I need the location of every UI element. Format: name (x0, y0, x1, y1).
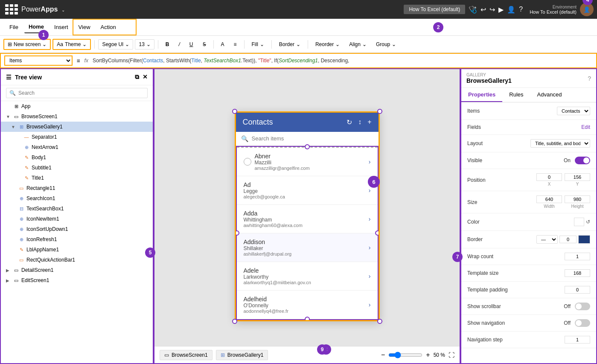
font-select[interactable]: Segoe UI⌄ (98, 39, 133, 50)
border-color-swatch[interactable] (578, 235, 590, 244)
position-y-input[interactable] (565, 173, 590, 181)
color-refresh-icon[interactable]: ↺ (586, 219, 590, 225)
template-padding-input[interactable] (565, 286, 590, 294)
tree-search-input[interactable] (6, 88, 148, 98)
tab-advanced[interactable]: Advanced (530, 88, 569, 102)
tree-item-subtitle1[interactable]: ✎ Subtitle1 (1, 163, 153, 173)
sort-icon[interactable]: ↕ (358, 118, 361, 126)
tab-properties[interactable]: Properties (461, 88, 502, 102)
app-chevron-icon[interactable]: ⌄ (61, 8, 65, 12)
play-icon[interactable]: ▶ (498, 6, 504, 14)
visible-toggle[interactable] (575, 157, 590, 164)
items-select[interactable]: Contacts (557, 107, 590, 115)
zoom-out-icon[interactable]: − (381, 351, 385, 359)
navigation-toggle[interactable] (575, 319, 590, 327)
add-icon[interactable]: + (367, 118, 371, 126)
layers-icon[interactable]: ⧉ (135, 73, 139, 81)
handle-tm[interactable] (305, 144, 310, 149)
tree-item-searchicon1[interactable]: ⊕ SearchIcon1 (1, 193, 153, 204)
help-icon[interactable]: ? (519, 6, 523, 13)
italic-button[interactable]: / (175, 39, 183, 50)
zoom-plus-icon[interactable]: + (426, 351, 430, 359)
group-button[interactable]: Group⌄ (372, 39, 400, 50)
waffle-icon[interactable] (3, 3, 17, 16)
contact-ad[interactable]: Ad Legge alegecb@google.ca › (237, 176, 378, 205)
tree-item-rectquickactionbar1[interactable]: ▭ RectQuickActionBar1 (1, 255, 153, 265)
size-width-input[interactable] (536, 195, 562, 203)
search-input[interactable] (252, 135, 373, 142)
tree-item-browsegallery1[interactable]: ▼ ⊞ BrowseGallery1 (1, 122, 153, 132)
text-color-button[interactable]: A (217, 39, 228, 50)
tree-item-nextarrow1[interactable]: ⊕ NextArrow1 (1, 142, 153, 152)
theme-button[interactable]: Aa Theme ⌄ (52, 39, 91, 50)
tree-item-iconsortupdown1[interactable]: ⊕ IconSortUpDown1 (1, 224, 153, 234)
position-x-input[interactable] (536, 173, 562, 181)
badge-7-wrap: 7 (452, 252, 463, 262)
browse-gallery-tab[interactable]: ⊞ BrowseGallery1 (216, 350, 268, 360)
heart-icon[interactable]: 🩺 (469, 6, 477, 14)
menu-action[interactable]: Action (96, 21, 120, 33)
handle-bm[interactable] (305, 317, 310, 321)
contacts-button[interactable]: How To Excel (default) (404, 5, 465, 14)
tree-item-detailscreen1[interactable]: ▶ ▭ DetailScreen1 (1, 265, 153, 275)
zoom-slider[interactable] (388, 352, 422, 358)
tree-item-title1[interactable]: ✎ Title1 (1, 173, 153, 183)
help-icon2[interactable]: ? (588, 75, 591, 82)
fields-edit-link[interactable]: Edit (581, 124, 590, 130)
tree-item-editscreen1[interactable]: ▶ ▭ EditScreen1 (1, 275, 153, 285)
layout-select[interactable]: Title, subtitle, and body (530, 139, 590, 148)
close-icon[interactable]: ✕ (143, 73, 148, 81)
tab-rules[interactable]: Rules (502, 88, 530, 102)
border-width-input[interactable] (559, 236, 577, 243)
undo-icon[interactable]: ↩ (481, 6, 486, 14)
tree-item-browsescreen1[interactable]: ▼ ▭ BrowseScreen1 (1, 111, 153, 122)
handle-tl[interactable] (232, 109, 237, 114)
bold-button[interactable]: B (162, 39, 173, 50)
tree-item-separator1[interactable]: — Separator1 (1, 132, 153, 142)
handle-tr[interactable] (377, 109, 382, 114)
reorder-button[interactable]: Reorder⌄ (312, 39, 344, 50)
refresh-icon[interactable]: ↻ (347, 118, 352, 126)
contact-addison[interactable]: Addison Shillaker ashillakerfj@drupal.or… (237, 233, 378, 262)
browse-screen-tab[interactable]: ▭ BrowseScreen1 (160, 350, 213, 360)
color-swatch[interactable] (574, 218, 584, 226)
strikethrough-button[interactable]: S̶ (199, 39, 210, 50)
border-style-select[interactable]: — (536, 235, 558, 244)
contact-abner[interactable]: Abner Mazzilli amazzilligr@angelfire.com… (237, 147, 378, 176)
menu-hamburger-icon[interactable]: ☰ (6, 74, 12, 81)
tree-item-iconrefresh1[interactable]: ⊕ IconRefresh1 (1, 234, 153, 245)
border-button[interactable]: Border⌄ (275, 39, 304, 50)
new-screen-button[interactable]: ⊞ New screen ⌄ (3, 39, 51, 50)
user-check-icon[interactable]: 👤 (507, 6, 515, 14)
handle-mr[interactable] (375, 230, 380, 236)
handle-bl[interactable] (232, 319, 237, 324)
font-size-select[interactable]: 13⌄ (135, 39, 154, 50)
menu-view[interactable]: View (74, 21, 95, 33)
navigation-step-input[interactable] (565, 336, 590, 344)
tree-item-rectangle11[interactable]: ▭ Rectangle11 (1, 183, 153, 193)
menu-file[interactable]: File (5, 21, 23, 33)
handle-br[interactable] (377, 319, 382, 324)
fullscreen-icon[interactable]: ⛶ (448, 352, 454, 358)
fx-button[interactable]: fx (84, 58, 88, 64)
align-button[interactable]: Align⌄ (345, 39, 370, 50)
size-height-input[interactable] (565, 195, 590, 203)
checkbox-abner[interactable] (244, 158, 251, 166)
fill-button[interactable]: Fill⌄ (248, 39, 268, 50)
tree-item-textsearchbox1[interactable]: ⊟ TextSearchBox1 (1, 204, 153, 214)
redo-icon[interactable]: ↪ (489, 6, 495, 14)
underline-button[interactable]: U (186, 39, 197, 50)
wrap-count-input[interactable] (565, 253, 590, 260)
tree-item-lblappname1[interactable]: ✎ LblAppName1 (1, 245, 153, 255)
contact-adelheid[interactable]: Adelheid O'Donnelly aodonnellyq4@free.fr… (237, 291, 378, 319)
tree-item-app[interactable]: ⊞ App (1, 101, 153, 111)
template-size-input[interactable] (565, 269, 590, 277)
contact-adele[interactable]: Adele Larkworthy alarkworthyq1@miitbeian… (237, 262, 378, 291)
property-select[interactable]: Items (4, 55, 73, 66)
align-left-button[interactable]: ≡ (230, 39, 241, 50)
contact-adda[interactable]: Adda Whittingham awhittingham60@alexa.co… (237, 205, 378, 233)
menu-insert[interactable]: Insert (50, 21, 73, 33)
scrollbar-toggle[interactable] (575, 303, 590, 310)
tree-item-body1[interactable]: ✎ Body1 (1, 152, 153, 163)
tree-item-iconnewitem1[interactable]: ⊕ IconNewItem1 (1, 214, 153, 224)
